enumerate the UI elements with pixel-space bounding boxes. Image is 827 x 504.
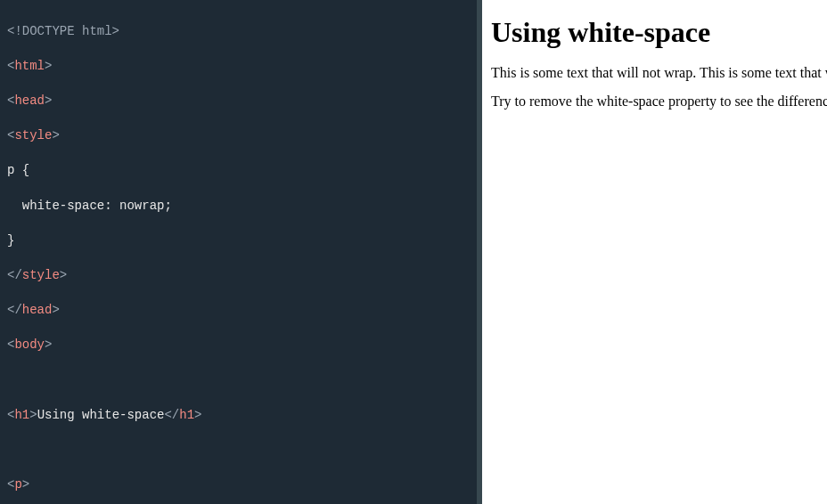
css-value: nowrap <box>119 199 164 213</box>
css-close-brace: } <box>7 233 14 248</box>
tag-style-open: style <box>14 128 52 142</box>
preview-paragraph-1: This is some text that will not wrap. Th… <box>491 65 818 81</box>
css-property: white-space <box>22 199 104 213</box>
code-editor-pane[interactable]: <!DOCTYPE html> <html> <head> <style> p … <box>0 0 477 504</box>
css-open-brace: { <box>22 163 29 177</box>
css-selector: p <box>7 163 14 177</box>
h1-text: Using white-space <box>37 408 165 422</box>
preview-heading: Using white-space <box>491 16 818 49</box>
tag-body-open: body <box>14 337 45 352</box>
tag-h1-open: h1 <box>14 408 29 422</box>
tag-style-close: style <box>22 268 60 282</box>
tag-head-open: head <box>14 93 45 108</box>
tag-h1-close: h1 <box>179 408 194 422</box>
tag-html-open: html <box>14 59 45 73</box>
doctype-text: <!DOCTYPE html> <box>7 24 119 38</box>
tag-head-close: head <box>22 303 53 317</box>
preview-pane: Using white-space This is some text that… <box>482 0 827 504</box>
preview-paragraph-2: Try to remove the white-space property t… <box>491 93 818 110</box>
tag-p-open: p <box>14 477 21 492</box>
